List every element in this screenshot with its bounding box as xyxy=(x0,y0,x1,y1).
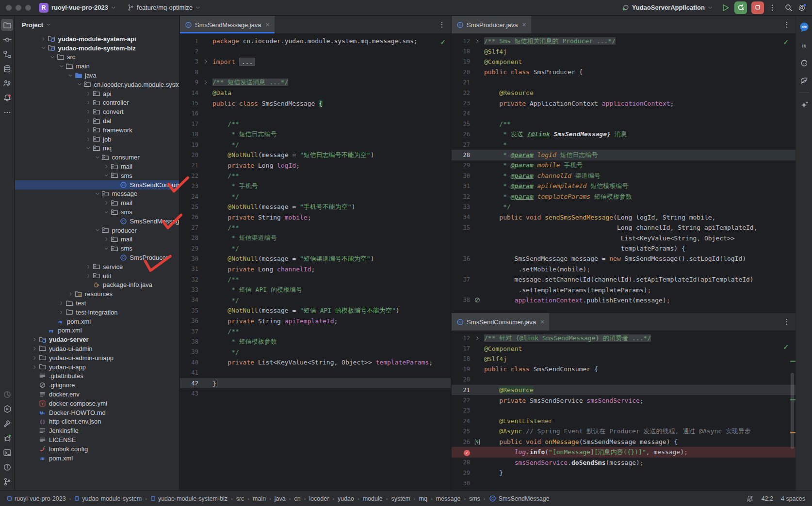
line-number[interactable]: 33 xyxy=(452,204,472,210)
build-hammer-icon[interactable] xyxy=(1,417,13,429)
chevron-down-icon[interactable] xyxy=(76,81,83,87)
tree-item-controller[interactable]: controller xyxy=(15,98,179,108)
chevron-down-icon[interactable] xyxy=(40,45,48,51)
chevron-right-icon[interactable] xyxy=(84,127,92,133)
minimize-traffic-icon[interactable] xyxy=(16,5,21,11)
line-number[interactable]: 31 xyxy=(180,266,200,272)
tree-item-consumer[interactable]: consumer xyxy=(15,153,179,162)
code-editor-smsproducer[interactable]: 12/** Sms 短信相关消息的 Producer ...*/18@Slf4j… xyxy=(452,34,796,313)
code-line[interactable]: 27 /** xyxy=(180,222,451,233)
line-number[interactable]: 20 xyxy=(452,69,472,76)
code-line[interactable]: 29 } xyxy=(452,468,796,478)
chevron-right-icon[interactable] xyxy=(40,36,48,42)
code-line[interactable]: 2 xyxy=(180,46,451,56)
code-line[interactable]: 34 public void sendSmsSendMessage(Long l… xyxy=(452,212,796,222)
tree-item-docker-compose-yml[interactable]: Y docker-compose.yml xyxy=(15,399,179,408)
tree-item-yudao-ui-app[interactable]: yudao-ui-app xyxy=(15,363,179,372)
tree-item--gitattributes[interactable]: .gitattributes xyxy=(15,371,179,380)
line-number[interactable]: 30 xyxy=(180,255,200,262)
code-line[interactable]: 36 SmsSendMessage message = new SmsSendM… xyxy=(452,253,796,264)
code-line[interactable]: 18@Slf4j xyxy=(452,354,796,364)
line-number[interactable]: 2 xyxy=(180,48,200,55)
line-number[interactable]: 22 xyxy=(452,397,472,404)
tree-item-package-info-java[interactable]: package-info.java xyxy=(15,281,179,290)
line-number[interactable]: 1 xyxy=(180,38,200,45)
profiler-clock-icon[interactable] xyxy=(1,388,13,400)
line-number[interactable]: 30 xyxy=(452,480,472,487)
code-line[interactable]: 19 */ xyxy=(180,140,451,150)
line-number[interactable]: 26 xyxy=(180,214,200,221)
chevron-down-icon[interactable] xyxy=(49,54,56,60)
chevron-right-icon[interactable] xyxy=(31,355,38,361)
chevron-right-icon[interactable] xyxy=(58,310,65,315)
code-line[interactable]: 22 /** xyxy=(180,171,451,181)
tree-item-smssendconsumer[interactable]: C SmsSendConsumer xyxy=(15,180,179,190)
code-line[interactable]: 9/** 短信发送消息 ...*/ xyxy=(180,78,451,88)
line-number[interactable]: 21 xyxy=(452,79,472,86)
line-number[interactable]: 3 xyxy=(180,58,200,65)
code-line[interactable]: 20 xyxy=(452,375,796,385)
warning-stripe-marker[interactable] xyxy=(790,432,796,433)
tree-item-service[interactable]: service xyxy=(15,262,179,271)
line-number[interactable]: 26 xyxy=(452,131,472,138)
chevron-right-icon[interactable] xyxy=(84,137,92,142)
run-config-selector[interactable]: YudaoServerApplication xyxy=(619,1,716,14)
project-panel-header[interactable]: Project xyxy=(15,16,179,33)
line-number[interactable]: 31 xyxy=(452,183,472,190)
line-number[interactable]: 37 xyxy=(180,328,200,335)
line-number[interactable]: 33 xyxy=(180,286,200,293)
tree-item-pom-xml[interactable]: m pom.xml xyxy=(15,454,179,463)
code-line[interactable]: 40 private List<KeyValue<String, Object>… xyxy=(180,357,451,367)
maven-icon[interactable]: m xyxy=(798,39,810,51)
code-line[interactable]: 19public class SmsSendConsumer { xyxy=(452,364,796,374)
code-line[interactable]: 18@Slf4j xyxy=(452,46,796,56)
tree-item-framework[interactable]: framework xyxy=(15,126,179,135)
chevron-right-icon[interactable] xyxy=(102,237,110,242)
line-number[interactable]: 21 xyxy=(180,162,200,169)
tree-item-java[interactable]: java xyxy=(15,71,179,80)
project-selector[interactable]: ruoyi-vue-pro-2023 xyxy=(49,1,119,14)
stop-button[interactable] xyxy=(751,1,764,14)
spring-icon[interactable] xyxy=(798,75,810,87)
code-line[interactable]: 26 * 发送 {@link SmsSendMessage} 消息 xyxy=(452,129,796,140)
tree-item-producer[interactable]: producer xyxy=(15,226,179,235)
code-line[interactable]: 24 */ xyxy=(180,191,451,202)
chevron-down-icon[interactable] xyxy=(94,227,101,233)
problems-icon[interactable] xyxy=(1,461,13,473)
line-number[interactable]: 30 xyxy=(452,173,472,179)
line-number[interactable]: 24 xyxy=(452,418,472,425)
tree-item-cn-iocoder-yudao-module-system[interactable]: cn.iocoder.yudao.module.system xyxy=(15,80,179,89)
line-number[interactable]: 12 xyxy=(452,38,472,45)
ai-chat-icon[interactable]: </> xyxy=(798,21,810,33)
more-ellipsis-icon[interactable] xyxy=(1,106,13,118)
fold-arrow-icon[interactable] xyxy=(472,38,483,44)
code-line[interactable]: 21 private Long logId; xyxy=(180,160,451,171)
code-line[interactable]: 14@Data xyxy=(180,88,451,98)
code-line[interactable]: 18 * 短信日志编号 xyxy=(180,129,451,140)
ai-sparkle-icon[interactable] xyxy=(798,99,810,111)
tree-item-dal[interactable]: dal xyxy=(15,116,179,126)
breadcrumb-item[interactable]: system xyxy=(391,495,410,502)
code-line[interactable]: 34 */ xyxy=(180,295,451,305)
code-line[interactable]: ✓ log.info("[onMessage][消息内容({})]", mess… xyxy=(452,447,796,457)
line-number[interactable]: 19 xyxy=(452,366,472,373)
tree-item-yudao-ui-admin[interactable]: yudao-ui-admin xyxy=(15,344,179,353)
inspection-ok-icon[interactable]: ✓ xyxy=(783,343,789,351)
line-number[interactable]: 21 xyxy=(452,387,472,394)
code-line[interactable]: 24 @EventListener xyxy=(452,416,796,426)
debug-bug-icon[interactable] xyxy=(1,432,13,444)
line-number[interactable]: 19 xyxy=(180,142,200,148)
line-number[interactable]: 17 xyxy=(180,121,200,127)
tree-item-util[interactable]: util xyxy=(15,271,179,281)
code-line[interactable]: 29 */ xyxy=(180,243,451,253)
chevron-down-icon[interactable] xyxy=(84,145,92,151)
code-line[interactable]: 27 * xyxy=(452,140,796,150)
line-number[interactable]: 9 xyxy=(180,79,200,86)
line-number[interactable]: 29 xyxy=(452,470,472,476)
code-editor-smssendconsumer[interactable]: 12/** 针对 {@link SmsSendMessage} 的消费者 ...… xyxy=(452,331,796,490)
code-line[interactable]: 31 * @param apiTemplateId 短信模板编号 xyxy=(452,181,796,191)
event-listener-gutter-icon[interactable] xyxy=(472,439,483,445)
database-icon[interactable] xyxy=(1,63,13,75)
more-kebab-icon[interactable] xyxy=(768,4,776,12)
code-line[interactable]: 30 xyxy=(452,478,796,488)
